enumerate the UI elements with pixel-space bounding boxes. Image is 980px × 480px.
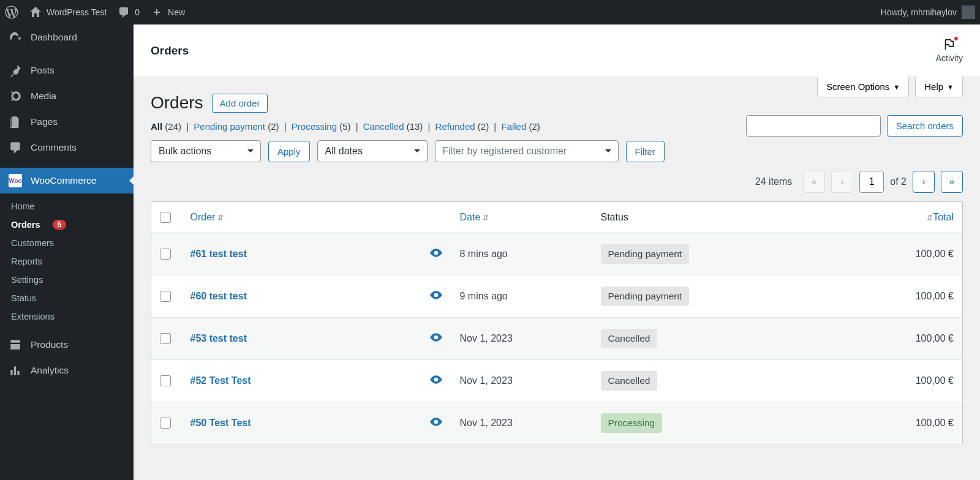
order-link[interactable]: #53 test test [190, 333, 247, 343]
admin-bar: WordPress Test 0 New Howdy, mhmihaylov [0, 0, 980, 24]
menu-woocommerce[interactable]: WooWooCommerce [0, 168, 134, 193]
order-date: 8 mins ago [451, 233, 592, 276]
bulk-actions-select[interactable]: Bulk actions [151, 140, 261, 162]
order-date: Nov 1, 2023 [451, 360, 592, 402]
pager-next[interactable]: › [913, 171, 935, 193]
order-link[interactable]: #60 test test [190, 291, 247, 301]
apply-button[interactable]: Apply [268, 141, 310, 162]
submenu-extensions[interactable]: Extensions [0, 307, 134, 326]
howdy-link[interactable]: Howdy, mhmihaylov [881, 6, 975, 19]
orders-badge: 5 [53, 220, 67, 230]
dashboard-icon [9, 31, 22, 44]
media-icon [9, 89, 22, 103]
filter-processing[interactable]: Processing [292, 121, 337, 132]
filter-refunded[interactable]: Refunded [435, 121, 475, 132]
triangle-down-icon: ▼ [893, 83, 900, 91]
th-status: Status [592, 202, 813, 233]
status-badge: Pending payment [601, 287, 690, 306]
orders-table: Order⇵ Date⇵ Status ⇵Total #61 test test… [151, 201, 963, 444]
submenu-settings[interactable]: Settings [0, 271, 134, 289]
site-title: WordPress Test [47, 7, 107, 17]
filter-all[interactable]: All [151, 121, 162, 132]
home-icon [29, 6, 42, 18]
table-row[interactable]: #50 Test TestNov 1, 2023Processing100,00… [151, 402, 963, 444]
preview-icon[interactable] [430, 418, 442, 428]
menu-analytics[interactable]: Analytics [0, 358, 134, 383]
select-all-checkbox[interactable] [160, 212, 171, 223]
preview-icon[interactable] [430, 291, 442, 301]
menu-posts[interactable]: Posts [0, 58, 134, 83]
menu-pages[interactable]: Pages [0, 109, 134, 135]
table-row[interactable]: #53 test testNov 1, 2023Cancelled100,00 … [151, 318, 963, 360]
search-orders-button[interactable]: Search orders [887, 115, 963, 137]
submenu-customers[interactable]: Customers [0, 234, 134, 252]
wp-logo-icon[interactable] [5, 6, 18, 19]
order-link[interactable]: #50 Test Test [190, 418, 251, 428]
sort-icon: ⇵ [217, 214, 224, 222]
status-badge: Cancelled [601, 329, 658, 348]
new-link[interactable]: New [151, 6, 185, 18]
pager-first: « [803, 171, 825, 193]
submenu-reports[interactable]: Reports [0, 252, 134, 271]
add-order-button[interactable]: Add order [212, 94, 268, 113]
comments-link[interactable]: 0 [118, 6, 140, 18]
howdy-text: Howdy, mhmihaylov [881, 7, 957, 17]
status-badge: Pending payment [601, 244, 690, 264]
filter-pending[interactable]: Pending payment [194, 121, 265, 132]
search-input[interactable] [746, 115, 881, 137]
order-total: 100,00 € [813, 233, 963, 276]
th-order[interactable]: Order⇵ [182, 202, 421, 233]
comments-count: 0 [135, 7, 140, 17]
pager-last[interactable]: » [941, 171, 963, 193]
filter-failed[interactable]: Failed [501, 121, 526, 132]
triangle-down-icon: ▼ [947, 83, 954, 91]
products-icon [9, 338, 22, 351]
date-filter-select[interactable]: All dates [317, 140, 428, 162]
row-checkbox[interactable] [160, 249, 171, 260]
submenu-home[interactable]: Home [0, 197, 134, 216]
pager-current[interactable] [859, 171, 884, 193]
table-row[interactable]: #61 test test8 mins agoPending payment10… [151, 233, 963, 276]
preview-icon[interactable] [430, 249, 442, 259]
th-date[interactable]: Date⇵ [451, 202, 592, 233]
row-checkbox[interactable] [160, 291, 171, 302]
order-total: 100,00 € [813, 318, 963, 360]
order-date: Nov 1, 2023 [451, 318, 592, 360]
filter-button[interactable]: Filter [626, 141, 665, 162]
order-link[interactable]: #52 Test Test [190, 375, 251, 386]
help-tab[interactable]: Help▼ [915, 77, 963, 97]
table-row[interactable]: #60 test test9 mins agoPending payment10… [151, 276, 963, 318]
table-row[interactable]: #52 Test TestNov 1, 2023Cancelled100,00 … [151, 360, 963, 402]
pages-icon [9, 115, 22, 129]
filter-cancelled[interactable]: Cancelled [363, 121, 404, 132]
activity-label: Activity [936, 53, 963, 63]
row-checkbox[interactable] [160, 375, 171, 386]
order-total: 100,00 € [813, 276, 963, 318]
site-link[interactable]: WordPress Test [29, 6, 107, 18]
woocommerce-icon: Woo [9, 174, 22, 187]
avatar-icon [962, 6, 975, 19]
row-checkbox[interactable] [160, 333, 171, 344]
preview-icon[interactable] [430, 333, 442, 343]
new-label: New [168, 7, 185, 17]
screen-options-tab[interactable]: Screen Options▼ [817, 77, 909, 97]
plus-icon [151, 6, 163, 18]
row-checkbox[interactable] [160, 418, 171, 429]
menu-media[interactable]: Media [0, 83, 134, 109]
status-badge: Processing [601, 413, 663, 433]
order-total: 100,00 € [813, 360, 963, 402]
menu-comments[interactable]: Comments [0, 135, 134, 160]
pager-prev: ‹ [831, 171, 853, 193]
order-date: 9 mins ago [451, 276, 592, 318]
menu-dashboard[interactable]: Dashboard [0, 24, 134, 50]
menu-products[interactable]: Products [0, 332, 134, 358]
activity-button[interactable]: Activity [936, 38, 963, 63]
analytics-icon [9, 364, 22, 377]
preview-icon[interactable] [430, 375, 442, 386]
submenu-status[interactable]: Status [0, 289, 134, 307]
th-total[interactable]: ⇵Total [813, 202, 963, 233]
woocommerce-submenu: Home Orders5 Customers Reports Settings … [0, 193, 134, 332]
order-link[interactable]: #61 test test [190, 249, 247, 259]
submenu-orders[interactable]: Orders5 [0, 216, 134, 234]
customer-filter-select[interactable]: Filter by registered customer [435, 140, 619, 162]
